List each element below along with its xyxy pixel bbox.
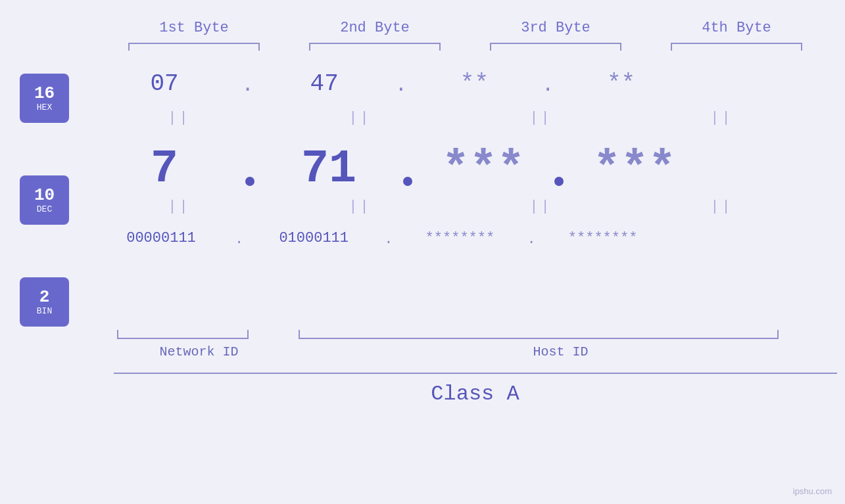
equals-row-1: || || || ||	[89, 106, 812, 129]
bracket-top-2	[309, 43, 441, 51]
bin-dot-2: .	[384, 228, 393, 248]
hex-byte-2: 47	[255, 70, 393, 97]
eq-7: ||	[459, 198, 623, 215]
hex-dot-2: .	[395, 70, 407, 97]
eq-6: ||	[278, 198, 443, 215]
bin-dot-3: .	[527, 228, 535, 248]
eq-1: ||	[97, 110, 262, 126]
data-grid: 07 . 47 . ** . ** || || || || 7 71	[89, 60, 845, 258]
class-a-label: Class A	[431, 382, 519, 406]
eq-2: ||	[278, 110, 443, 126]
eq-3: ||	[459, 110, 623, 126]
badges-column: 16 HEX 10 DEC 2 BIN	[20, 74, 69, 327]
bin-byte-1: 00000111	[89, 230, 233, 246]
badge-hex-label: HEX	[37, 103, 52, 112]
badge-hex-num: 16	[34, 84, 55, 103]
byte-label-3: 3rd Byte	[473, 20, 638, 36]
host-id-label: Host ID	[285, 344, 837, 359]
dec-dot-1	[245, 177, 254, 186]
watermark: ipshu.com	[793, 486, 832, 496]
dec-byte-3: ***	[418, 143, 549, 195]
badge-bin-num: 2	[39, 288, 50, 307]
bottom-labels-row: Network ID Host ID	[114, 344, 837, 359]
dec-byte-4: ***	[569, 143, 700, 195]
class-row: Class A	[114, 373, 837, 406]
byte-label-4: 4th Byte	[654, 20, 819, 36]
badge-dec-num: 10	[34, 186, 55, 205]
eq-5: ||	[97, 198, 262, 215]
badge-bin-label: BIN	[37, 306, 52, 316]
bracket-top-3	[490, 43, 621, 51]
dec-byte-1: 7	[89, 143, 240, 195]
equals-row-2: || || || ||	[89, 195, 812, 218]
bracket-bottom-network	[117, 330, 249, 339]
bracket-bottom-host	[299, 330, 779, 339]
badge-hex: 16 HEX	[20, 74, 69, 123]
hex-row: 07 . 47 . ** . **	[89, 60, 812, 106]
bracket-top-1	[128, 43, 260, 51]
badge-dec-label: DEC	[37, 204, 52, 214]
eq-4: ||	[640, 110, 804, 126]
byte-label-1: 1st Byte	[112, 20, 276, 36]
hex-dot-1: .	[241, 70, 254, 97]
hex-byte-3: **	[408, 70, 540, 97]
bracket-top-4	[671, 43, 802, 51]
byte-labels-row: 1st Byte 2nd Byte 3rd Byte 4th Byte	[104, 20, 827, 36]
byte-label-2: 2nd Byte	[293, 20, 457, 36]
hex-dot-3: .	[541, 70, 554, 97]
bin-byte-3: ********	[394, 230, 525, 246]
dec-row: 7 71 *** ***	[89, 129, 812, 195]
hex-byte-1: 07	[89, 70, 240, 97]
eq-8: ||	[640, 198, 804, 215]
bottom-brackets-row	[114, 330, 837, 339]
bin-byte-2: 01000111	[245, 230, 383, 246]
top-brackets-row	[104, 43, 827, 51]
main-container: 1st Byte 2nd Byte 3rd Byte 4th Byte 16 H…	[0, 0, 845, 504]
bin-dot-1: .	[235, 228, 243, 248]
dec-byte-2: 71	[260, 143, 398, 195]
dec-dot-2	[403, 177, 412, 186]
badge-bin: 2 BIN	[20, 277, 69, 327]
badge-dec: 10 DEC	[20, 175, 69, 225]
hex-byte-4: **	[556, 70, 687, 97]
bottom-section: Network ID Host ID	[114, 330, 837, 359]
bin-row: 00000111 . 01000111 . ******** . *******…	[89, 218, 812, 258]
content-area: 16 HEX 10 DEC 2 BIN 07 . 47 . ** . **	[0, 60, 845, 327]
dec-dot-3	[554, 177, 564, 186]
network-id-label: Network ID	[114, 344, 285, 359]
bin-byte-4: ********	[537, 230, 669, 246]
